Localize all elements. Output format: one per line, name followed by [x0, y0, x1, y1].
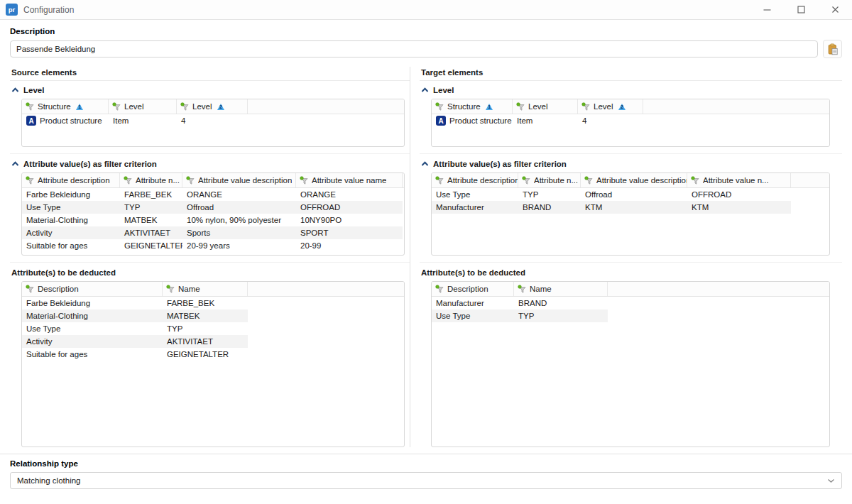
column-header[interactable]: Attribute value description [581, 173, 687, 187]
table-cell: MATBEK [163, 309, 248, 322]
cell-text: AKTIVITAET [124, 229, 170, 237]
column-header[interactable]: Description [432, 282, 514, 296]
collapse-caret-icon[interactable] [421, 87, 429, 93]
table-row[interactable]: Suitable for agesGEIGNETALTER20-99 years… [22, 239, 403, 252]
filter-funnel-icon[interactable] [26, 102, 35, 111]
column-header[interactable]: Name [514, 282, 608, 296]
cell-text: Activity [26, 337, 52, 346]
cell-text: MATBEK [167, 312, 200, 320]
clipboard-icon [827, 43, 839, 55]
source-deducted-header: Attribute(s) to be deducted [10, 268, 410, 277]
close-button[interactable] [822, 0, 848, 19]
column-header[interactable]: Attribute n... [120, 173, 182, 187]
filter-funnel-icon[interactable] [180, 102, 190, 111]
column-header[interactable]: Attribute value description [182, 173, 296, 187]
column-header[interactable]: Attribute description [22, 173, 120, 187]
cell-text: 4 [582, 116, 586, 125]
target-level-table: Structure1LevelLevel2AProduct structureI… [431, 99, 830, 147]
column-header[interactable]: Level [109, 99, 177, 114]
table-cell: Sports [182, 226, 296, 239]
table-row[interactable]: Farbe BekleidungFARBE_BEK [22, 297, 248, 309]
filter-funnel-icon[interactable] [124, 176, 133, 185]
relationship-type-dropdown[interactable]: Matching clothing [10, 472, 842, 489]
table-row[interactable]: ActivityAKTIVITAETSportsSPORT [22, 226, 403, 239]
filter-funnel-icon[interactable] [26, 176, 35, 185]
column-header-label: Level [528, 102, 548, 111]
description-input[interactable] [10, 40, 818, 57]
table-row[interactable]: Suitable for agesGEIGNETALTER [22, 348, 248, 361]
source-elements-panel: Source elements Level Structure1LevelLev… [10, 67, 410, 447]
maximize-button[interactable] [788, 0, 814, 19]
filter-funnel-icon[interactable] [435, 176, 444, 185]
filter-funnel-icon[interactable] [584, 176, 594, 185]
table-header-row: DescriptionName [22, 282, 404, 297]
column-header[interactable]: Attribute description [432, 173, 518, 187]
table-row[interactable]: ActivityAKTIVITAET [22, 335, 248, 348]
column-header[interactable]: Level2 [578, 99, 643, 114]
column-header[interactable]: Attribute n... [518, 173, 581, 187]
table-cell: OFFROAD [687, 188, 791, 201]
filter-funnel-icon[interactable] [518, 285, 527, 294]
cell-text: 10NY90PO [300, 216, 342, 224]
table-row[interactable]: Use TypeTYPOffroadOFFROAD [432, 188, 791, 201]
collapse-caret-icon[interactable] [11, 161, 19, 167]
filter-funnel-icon[interactable] [166, 285, 175, 294]
table-row[interactable]: ManufacturerBRAND [432, 297, 608, 309]
relationship-type-section: Relationship type Matching clothing [0, 454, 852, 489]
filter-funnel-icon[interactable] [522, 176, 531, 185]
table-row[interactable]: AProduct structureItem4 [432, 114, 643, 127]
column-header-label: Attribute n... [534, 176, 578, 185]
column-header-label: Attribute value n... [703, 176, 769, 185]
column-header[interactable]: Level [513, 99, 578, 114]
table-cell: Material-Clothing [22, 309, 163, 322]
section-title: Attribute(s) to be deducted [421, 268, 525, 277]
filter-funnel-icon[interactable] [435, 102, 444, 111]
table-cell: Activity [22, 226, 120, 239]
cell-text: TYP [523, 190, 538, 199]
column-header[interactable]: Attribute value name [296, 173, 403, 187]
column-header[interactable]: Level2 [177, 99, 248, 114]
cell-text: TYP [124, 203, 140, 212]
table-cell: KTM [687, 201, 791, 214]
filter-funnel-icon[interactable] [435, 285, 444, 294]
table-row[interactable]: ManufacturerBRANDKTMKTM [432, 201, 791, 214]
filter-funnel-icon[interactable] [26, 285, 35, 294]
cell-text: Use Type [26, 203, 60, 212]
table-row[interactable]: Use TypeTYP [432, 309, 608, 322]
table-row[interactable]: AProduct structureItem4 [22, 114, 248, 127]
column-header-label: Description [447, 285, 488, 293]
filter-funnel-icon[interactable] [186, 176, 195, 185]
minimize-button[interactable] [754, 0, 780, 19]
collapse-caret-icon[interactable] [421, 161, 429, 167]
cell-text: OFFROAD [692, 190, 731, 199]
collapse-caret-icon[interactable] [11, 87, 19, 93]
column-header[interactable]: Name [163, 282, 248, 296]
column-header[interactable]: Attribute value n... [687, 173, 791, 187]
source-deducted-table: DescriptionNameFarbe BekleidungFARBE_BEK… [21, 281, 405, 447]
filter-funnel-icon[interactable] [691, 176, 700, 185]
column-header[interactable]: Description [22, 282, 163, 296]
column-header[interactable]: Structure1 [432, 99, 513, 114]
column-header[interactable]: Structure1 [22, 99, 109, 114]
cell-text: BRAND [523, 203, 551, 212]
target-level-header: Level [420, 86, 842, 94]
table-row[interactable]: Material-ClothingMATBEK [22, 309, 248, 322]
table-cell: FARBE_BEK [120, 188, 182, 201]
table-row[interactable]: Use TypeTYPOffroadOFFROAD [22, 201, 403, 214]
table-cell: TYP [514, 309, 608, 322]
filter-funnel-icon[interactable] [581, 102, 591, 111]
filter-funnel-icon[interactable] [300, 176, 309, 185]
table-cell: Use Type [22, 322, 163, 335]
table-row[interactable]: Use TypeTYP [22, 322, 248, 335]
paste-button[interactable] [823, 40, 842, 58]
table-row[interactable]: Material-ClothingMATBEK10% nylon, 90% po… [22, 214, 403, 226]
cell-text: TYP [167, 324, 182, 333]
filter-funnel-icon[interactable] [112, 102, 121, 111]
target-filter-table: Attribute descriptionAttribute n...Attri… [431, 172, 830, 256]
table-row[interactable]: Farbe BekleidungFARBE_BEKORANGEORANGE [22, 188, 403, 201]
section-title: Attribute(s) to be deducted [11, 268, 116, 277]
table-cell: 10% nylon, 90% polyester [182, 214, 296, 226]
column-header-label: Name [178, 285, 200, 293]
cell-text: Product structure [40, 116, 102, 125]
filter-funnel-icon[interactable] [516, 102, 525, 111]
